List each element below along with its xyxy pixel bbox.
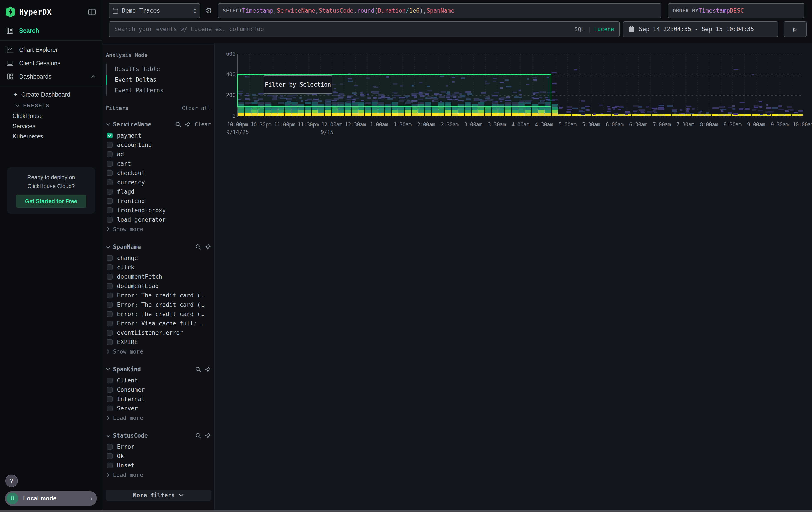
show-more-button[interactable]: Show more — [106, 347, 211, 356]
search-icon[interactable] — [175, 122, 181, 127]
checkbox[interactable] — [107, 387, 113, 393]
filter-checkbox-row[interactable]: frontend — [106, 196, 211, 206]
sidebar-item-chart-explorer[interactable]: Chart Explorer — [0, 43, 102, 57]
checkbox[interactable] — [107, 330, 113, 336]
more-filters-button[interactable]: More filters — [106, 490, 211, 501]
filter-checkbox-row[interactable]: payment — [106, 131, 211, 140]
checkbox[interactable] — [107, 152, 113, 157]
chevron-up-icon[interactable] — [91, 75, 96, 78]
search-icon[interactable] — [195, 244, 201, 250]
filter-value-label: Error — [117, 443, 134, 450]
sql-mode-button[interactable]: SQL — [574, 26, 584, 32]
sidebar-preset-services[interactable]: Services — [0, 121, 102, 131]
account-menu[interactable]: U Local mode › — [5, 491, 97, 506]
sidebar-preset-kubernetes[interactable]: Kubernetes — [0, 131, 102, 141]
checkbox[interactable] — [107, 378, 113, 383]
checkbox[interactable] — [107, 265, 113, 270]
horizontal-scrollbar[interactable] — [0, 510, 812, 512]
pin-icon[interactable] — [205, 244, 211, 250]
show-more-button[interactable]: Load more — [106, 413, 211, 423]
filter-checkbox-row[interactable]: flagd — [106, 187, 211, 196]
show-more-button[interactable]: Load more — [106, 470, 211, 480]
filter-checkbox-row[interactable]: Ok — [106, 452, 211, 461]
checkbox[interactable] — [107, 198, 113, 204]
checkbox[interactable] — [107, 311, 113, 317]
filter-checkbox-row[interactable]: click — [106, 263, 211, 272]
filter-checkbox-row[interactable]: Client — [106, 376, 211, 385]
filter-checkbox-row[interactable]: frontend-proxy — [106, 206, 211, 215]
filter-checkbox-row[interactable]: Consumer — [106, 385, 211, 395]
filter-checkbox-row[interactable]: ad — [106, 150, 211, 159]
sidebar-item-client-sessions[interactable]: Client Sessions — [0, 57, 102, 70]
checkbox[interactable] — [107, 293, 113, 298]
checkbox[interactable] — [107, 463, 113, 468]
filter-checkbox-row[interactable]: eventListener.error — [106, 328, 211, 338]
checkbox-checked[interactable] — [107, 133, 113, 138]
sidebar-preset-clickhouse[interactable]: ClickHouse — [0, 111, 102, 121]
checkbox[interactable] — [107, 255, 113, 261]
analysis-tab-event-patterns[interactable]: Event Patterns — [107, 85, 211, 96]
analysis-tab-event-deltas[interactable]: Event Deltas — [107, 74, 211, 85]
filter-checkbox-row[interactable]: accounting — [106, 140, 211, 150]
sidebar-item-search[interactable]: Search — [0, 24, 102, 37]
analysis-tab-results-table[interactable]: Results Table — [107, 64, 211, 74]
checkbox[interactable] — [107, 339, 113, 345]
data-source-select[interactable]: Demo Traces ▲▼ — [109, 3, 200, 18]
sql-select-input[interactable]: SELECT Timestamp, ServiceName, StatusCod… — [218, 3, 661, 18]
filter-checkbox-row[interactable]: Error: Visa cache full: … — [106, 319, 211, 328]
filter-checkbox-row[interactable]: Error: The credit card (… — [106, 291, 211, 300]
checkbox[interactable] — [107, 217, 113, 223]
checkbox[interactable] — [107, 274, 113, 279]
filter-checkbox-row[interactable]: Error: The credit card (… — [106, 300, 211, 309]
duration-heatmap[interactable]: Filter by Selection — [237, 51, 803, 118]
checkbox[interactable] — [107, 208, 113, 213]
sidebar-collapse-icon[interactable] — [88, 8, 96, 16]
gear-icon[interactable]: ⚙ — [205, 7, 212, 14]
search-input[interactable]: Search your events w/ Lucene ex. column:… — [109, 21, 620, 37]
time-range-picker[interactable]: Sep 14 22:04:35 - Sep 15 10:04:35 — [623, 21, 778, 37]
filter-checkbox-row[interactable]: Error: The credit card (… — [106, 309, 211, 319]
help-button[interactable]: ? — [5, 475, 18, 487]
filter-checkbox-row[interactable]: EXPIRE — [106, 338, 211, 347]
checkbox[interactable] — [107, 321, 113, 326]
filter-checkbox-row[interactable]: documentFetch — [106, 272, 211, 281]
filter-checkbox-row[interactable]: Internal — [106, 395, 211, 404]
show-more-button[interactable]: Show more — [106, 224, 211, 234]
checkbox[interactable] — [107, 142, 113, 148]
get-started-button[interactable]: Get Started for Free — [16, 194, 86, 208]
sidebar-item-dashboards[interactable]: Dashboards — [0, 70, 102, 83]
presets-toggle[interactable]: PRESETS — [0, 100, 102, 111]
checkbox[interactable] — [107, 283, 113, 289]
filter-checkbox-row[interactable]: Unset — [106, 461, 211, 470]
checkbox[interactable] — [107, 161, 113, 166]
pin-icon[interactable] — [205, 433, 211, 438]
search-icon[interactable] — [195, 367, 201, 372]
filter-checkbox-row[interactable]: currency — [106, 178, 211, 187]
filter-checkbox-row[interactable]: checkout — [106, 168, 211, 178]
run-query-button[interactable]: ▷ — [784, 21, 807, 37]
filter-checkbox-row[interactable]: Server — [106, 404, 211, 413]
pin-icon[interactable] — [205, 367, 211, 372]
checkbox[interactable] — [107, 302, 113, 308]
checkbox[interactable] — [107, 189, 113, 194]
clear-filter-button[interactable]: Clear — [195, 121, 211, 128]
filter-checkbox-row[interactable]: load-generator — [106, 215, 211, 224]
checkbox[interactable] — [107, 170, 113, 176]
filter-checkbox-row[interactable]: documentLoad — [106, 281, 211, 291]
checkbox[interactable] — [107, 180, 113, 185]
filter-checkbox-row[interactable]: cart — [106, 159, 211, 168]
lucene-mode-button[interactable]: Lucene — [594, 26, 614, 32]
filter-checkbox-row[interactable]: change — [106, 253, 211, 263]
checkbox[interactable] — [107, 444, 113, 450]
checkbox[interactable] — [107, 396, 113, 402]
y-tick-label: 0 — [233, 113, 236, 119]
checkbox[interactable] — [107, 453, 113, 459]
clear-all-button[interactable]: Clear all — [182, 105, 211, 111]
checkbox[interactable] — [107, 406, 113, 411]
search-icon[interactable] — [195, 433, 201, 438]
filter-checkbox-row[interactable]: Error — [106, 442, 211, 452]
pin-icon[interactable] — [185, 122, 191, 127]
create-dashboard-button[interactable]: + Create Dashboard — [0, 89, 102, 100]
order-by-input[interactable]: ORDER BY Timestamp DESC — [668, 3, 805, 18]
filter-by-selection-tooltip[interactable]: Filter by Selection — [264, 75, 332, 94]
